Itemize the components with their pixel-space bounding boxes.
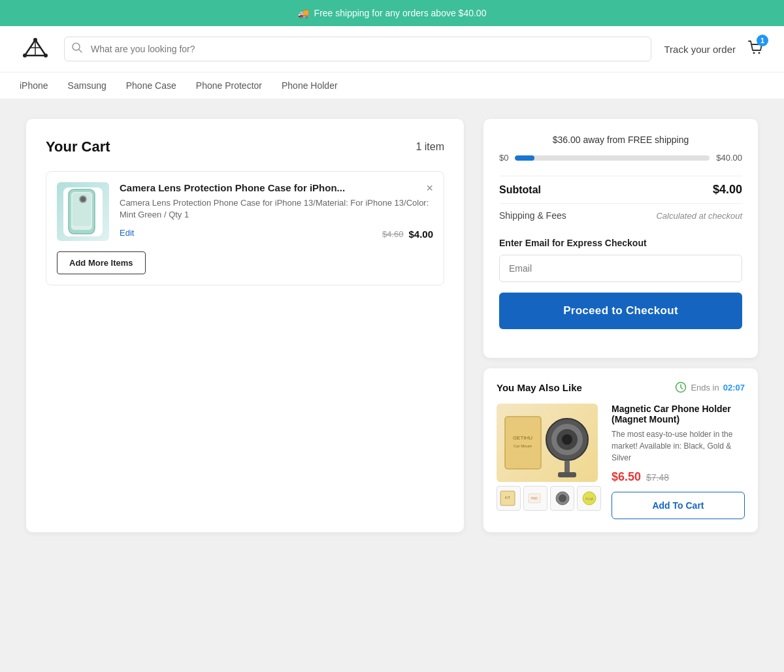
- header: Track your order 1: [0, 26, 784, 72]
- order-summary: $36.00 away from FREE shipping $0 $40.00…: [483, 119, 758, 358]
- header-right: Track your order 1: [664, 39, 764, 59]
- rec-product-name: Magnetic Car Phone Holder (Magnet Mount): [612, 404, 745, 424]
- logo[interactable]: [20, 37, 51, 61]
- cart-item-description: Camera Lens Protection Phone Case for iP…: [120, 197, 433, 221]
- right-column: $36.00 away from FREE shipping $0 $40.00…: [483, 119, 758, 532]
- svg-point-4: [753, 52, 755, 54]
- cart-item-count: 1 item: [416, 141, 444, 153]
- svg-rect-20: [558, 472, 576, 477]
- cart-item: Camera Lens Protection Phone Case for iP…: [46, 171, 444, 285]
- nav-item-phone-case[interactable]: Phone Case: [126, 80, 176, 91]
- rec-main-image: GETIHU Car Mount: [497, 404, 598, 482]
- cart-item-price-row: $4.60 $4.00: [382, 229, 433, 240]
- svg-point-10: [80, 197, 86, 202]
- rec-price-original: $7.48: [646, 472, 669, 483]
- svg-point-2: [44, 54, 48, 57]
- cart-item-details: Camera Lens Protection Phone Case for iP…: [120, 182, 433, 240]
- svg-text:Car Mount: Car Mount: [513, 444, 531, 448]
- rec-timer-ends-label: Ends in: [691, 383, 719, 392]
- cart-header: Your Cart 1 item: [46, 138, 444, 155]
- search-input[interactable]: [64, 37, 651, 61]
- cart-item-inner: Camera Lens Protection Phone Case for iP…: [57, 182, 433, 241]
- cart-item-remove-button[interactable]: ×: [426, 182, 433, 194]
- top-banner: 🚚 Free shipping for any orders above $40…: [0, 0, 784, 26]
- product-image: [57, 182, 109, 241]
- nav-item-samsung[interactable]: Samsung: [68, 80, 106, 91]
- nav-item-phone-holder[interactable]: Phone Holder: [282, 80, 338, 91]
- progress-container: $0 $40.00: [499, 153, 742, 163]
- svg-point-3: [73, 43, 80, 50]
- rec-title: You May Also Like: [497, 382, 582, 393]
- email-input[interactable]: [499, 255, 742, 282]
- search-container: [64, 37, 651, 61]
- main-content: Your Cart 1 item: [13, 119, 771, 532]
- shipping-fees-row: Shipping & Fees Calculated at checkout: [499, 203, 742, 227]
- add-to-cart-button[interactable]: Add To Cart: [612, 492, 745, 519]
- svg-text:PAD: PAD: [531, 496, 538, 500]
- rec-image-container: GETIHU Car Mount: [497, 404, 601, 519]
- rec-item: GETIHU Car Mount: [497, 404, 745, 519]
- cart-item-original-price: $4.60: [382, 229, 404, 239]
- svg-point-18: [562, 434, 572, 445]
- svg-point-26: [559, 494, 566, 502]
- svg-text:KIT: KIT: [505, 496, 510, 500]
- shipping-notice: $36.00 away from FREE shipping: [499, 135, 742, 145]
- cart-item-name: Camera Lens Protection Phone Case for iP…: [120, 182, 345, 193]
- email-section-label: Enter Email for Express Checkout: [499, 238, 742, 248]
- checkout-button[interactable]: Proceed to Checkout: [499, 293, 742, 329]
- rec-header: You May Also Like Ends in 02:07: [497, 381, 745, 393]
- subtotal-value: $4.00: [713, 183, 742, 197]
- rec-product-description: The most easy-to-use holder in the marke…: [612, 428, 745, 464]
- rec-timer: Ends in 02:07: [675, 381, 745, 393]
- rec-thumbnails: KIT PAD: [497, 486, 601, 511]
- svg-point-0: [33, 38, 37, 42]
- cart-item-current-price: $4.00: [408, 229, 433, 240]
- cart-icon-wrapper[interactable]: 1: [746, 39, 764, 59]
- add-more-items-button[interactable]: Add More Items: [57, 251, 146, 274]
- rec-thumb-1: KIT: [497, 486, 521, 511]
- recommendations-section: You May Also Like Ends in 02:07: [483, 368, 758, 532]
- rec-thumb-3: [550, 486, 574, 511]
- nav-item-iphone[interactable]: iPhone: [20, 80, 48, 91]
- rec-thumb-4: FILM: [577, 486, 601, 511]
- banner-text: Free shipping for any orders above $40.0…: [314, 8, 487, 18]
- shipping-fees-label: Shipping & Fees: [499, 210, 566, 221]
- subtotal-row: Subtotal $4.00: [499, 176, 742, 203]
- cart-item-edit-link[interactable]: Edit: [120, 228, 134, 238]
- shipping-fees-value: Calculated at checkout: [656, 211, 742, 221]
- progress-bar: [515, 155, 710, 161]
- track-order-link[interactable]: Track your order: [664, 44, 736, 55]
- svg-text:GETIHU: GETIHU: [512, 435, 532, 441]
- svg-rect-12: [505, 417, 541, 469]
- svg-point-1: [23, 54, 27, 57]
- rec-thumb-2: PAD: [523, 486, 547, 511]
- cart-badge: 1: [757, 35, 768, 46]
- nav: iPhone Samsung Phone Case Phone Protecto…: [0, 72, 784, 99]
- cart-section: Your Cart 1 item: [26, 119, 464, 532]
- progress-bar-fill: [515, 155, 534, 161]
- svg-point-5: [759, 52, 760, 54]
- subtotal-label: Subtotal: [499, 184, 541, 196]
- nav-item-phone-protector[interactable]: Phone Protector: [196, 80, 262, 91]
- rec-price-row: $6.50 $7.48: [612, 470, 745, 484]
- cart-title: Your Cart: [46, 138, 110, 155]
- rec-price-current: $6.50: [612, 470, 641, 484]
- progress-start-label: $0: [499, 153, 508, 163]
- rec-timer-value: 02:07: [723, 383, 745, 392]
- svg-text:FILM: FILM: [585, 497, 593, 501]
- rec-details: Magnetic Car Phone Holder (Magnet Mount)…: [612, 404, 745, 519]
- progress-end-label: $40.00: [716, 153, 742, 163]
- search-icon: [72, 42, 82, 56]
- truck-icon: 🚚: [298, 8, 309, 18]
